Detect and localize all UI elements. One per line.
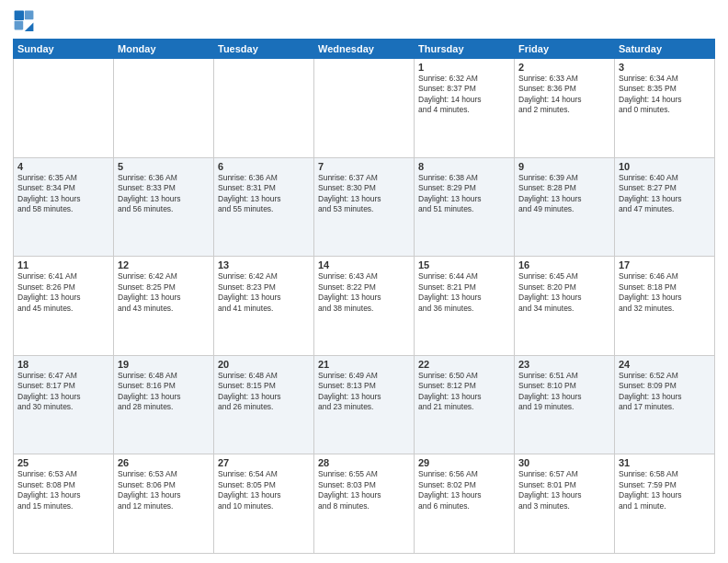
day-header-sunday: Sunday bbox=[14, 40, 114, 59]
day-number: 12 bbox=[118, 259, 210, 270]
day-header-wednesday: Wednesday bbox=[314, 40, 415, 59]
day-header-monday: Monday bbox=[114, 40, 214, 59]
week-row-1: 1Sunrise: 6:32 AM Sunset: 8:37 PM Daylig… bbox=[14, 59, 715, 158]
day-info: Sunrise: 6:37 AM Sunset: 8:30 PM Dayligh… bbox=[318, 173, 410, 215]
day-cell bbox=[214, 59, 314, 158]
day-info: Sunrise: 6:35 AM Sunset: 8:34 PM Dayligh… bbox=[17, 173, 109, 215]
day-number: 3 bbox=[619, 62, 711, 73]
day-info: Sunrise: 6:50 AM Sunset: 8:12 PM Dayligh… bbox=[418, 371, 510, 413]
day-cell bbox=[14, 59, 114, 158]
day-info: Sunrise: 6:45 AM Sunset: 8:20 PM Dayligh… bbox=[518, 271, 610, 314]
day-number: 21 bbox=[318, 359, 410, 370]
day-info: Sunrise: 6:53 AM Sunset: 8:08 PM Dayligh… bbox=[17, 469, 109, 511]
day-number: 11 bbox=[17, 259, 109, 270]
day-cell: 20Sunrise: 6:48 AM Sunset: 8:15 PM Dayli… bbox=[214, 355, 314, 454]
day-cell: 6Sunrise: 6:36 AM Sunset: 8:31 PM Daylig… bbox=[214, 157, 314, 257]
day-info: Sunrise: 6:53 AM Sunset: 8:06 PM Dayligh… bbox=[118, 469, 210, 511]
day-cell: 15Sunrise: 6:44 AM Sunset: 8:21 PM Dayli… bbox=[415, 257, 515, 356]
day-info: Sunrise: 6:54 AM Sunset: 8:05 PM Dayligh… bbox=[218, 469, 310, 511]
day-info: Sunrise: 6:33 AM Sunset: 8:36 PM Dayligh… bbox=[518, 74, 610, 116]
day-info: Sunrise: 6:39 AM Sunset: 8:28 PM Dayligh… bbox=[518, 173, 610, 215]
day-info: Sunrise: 6:58 AM Sunset: 7:59 PM Dayligh… bbox=[619, 469, 711, 511]
day-number: 22 bbox=[418, 359, 510, 370]
svg-rect-0 bbox=[15, 11, 24, 20]
day-info: Sunrise: 6:48 AM Sunset: 8:16 PM Dayligh… bbox=[118, 371, 210, 413]
day-cell: 22Sunrise: 6:50 AM Sunset: 8:12 PM Dayli… bbox=[415, 355, 515, 454]
day-number: 29 bbox=[418, 457, 510, 468]
day-info: Sunrise: 6:51 AM Sunset: 8:10 PM Dayligh… bbox=[518, 371, 610, 413]
header bbox=[13, 9, 715, 31]
day-number: 23 bbox=[518, 359, 610, 370]
week-row-4: 18Sunrise: 6:47 AM Sunset: 8:17 PM Dayli… bbox=[14, 355, 715, 454]
day-info: Sunrise: 6:44 AM Sunset: 8:21 PM Dayligh… bbox=[418, 271, 510, 314]
day-cell: 25Sunrise: 6:53 AM Sunset: 8:08 PM Dayli… bbox=[14, 454, 114, 554]
day-number: 25 bbox=[17, 457, 109, 468]
day-info: Sunrise: 6:42 AM Sunset: 8:25 PM Dayligh… bbox=[118, 271, 210, 314]
svg-rect-1 bbox=[25, 11, 34, 20]
logo-icon bbox=[13, 9, 35, 31]
day-number: 15 bbox=[418, 259, 510, 270]
day-number: 8 bbox=[418, 161, 510, 172]
day-header-thursday: Thursday bbox=[415, 40, 515, 59]
day-cell: 7Sunrise: 6:37 AM Sunset: 8:30 PM Daylig… bbox=[314, 157, 415, 257]
day-cell bbox=[114, 59, 214, 158]
day-info: Sunrise: 6:36 AM Sunset: 8:31 PM Dayligh… bbox=[218, 173, 310, 215]
calendar: SundayMondayTuesdayWednesdayThursdayFrid… bbox=[13, 39, 715, 554]
day-number: 24 bbox=[619, 359, 711, 370]
day-number: 20 bbox=[218, 359, 310, 370]
day-cell: 28Sunrise: 6:55 AM Sunset: 8:03 PM Dayli… bbox=[314, 454, 415, 554]
day-cell: 31Sunrise: 6:58 AM Sunset: 7:59 PM Dayli… bbox=[615, 454, 715, 554]
svg-rect-2 bbox=[15, 21, 24, 30]
day-info: Sunrise: 6:32 AM Sunset: 8:37 PM Dayligh… bbox=[418, 74, 510, 116]
day-info: Sunrise: 6:40 AM Sunset: 8:27 PM Dayligh… bbox=[619, 173, 711, 215]
day-number: 14 bbox=[318, 259, 410, 270]
day-cell: 5Sunrise: 6:36 AM Sunset: 8:33 PM Daylig… bbox=[114, 157, 214, 257]
day-cell: 2Sunrise: 6:33 AM Sunset: 8:36 PM Daylig… bbox=[515, 59, 615, 158]
day-cell: 17Sunrise: 6:46 AM Sunset: 8:18 PM Dayli… bbox=[615, 257, 715, 356]
day-cell: 16Sunrise: 6:45 AM Sunset: 8:20 PM Dayli… bbox=[515, 257, 615, 356]
day-number: 19 bbox=[118, 359, 210, 370]
day-number: 16 bbox=[518, 259, 610, 270]
day-header-tuesday: Tuesday bbox=[214, 40, 314, 59]
day-info: Sunrise: 6:36 AM Sunset: 8:33 PM Dayligh… bbox=[118, 173, 210, 215]
day-cell: 12Sunrise: 6:42 AM Sunset: 8:25 PM Dayli… bbox=[114, 257, 214, 356]
day-number: 13 bbox=[218, 259, 310, 270]
day-number: 4 bbox=[17, 161, 109, 172]
day-info: Sunrise: 6:41 AM Sunset: 8:26 PM Dayligh… bbox=[17, 271, 109, 314]
logo bbox=[13, 9, 37, 31]
day-number: 31 bbox=[619, 457, 711, 468]
day-number: 30 bbox=[518, 457, 610, 468]
svg-marker-3 bbox=[25, 22, 34, 31]
page: SundayMondayTuesdayWednesdayThursdayFrid… bbox=[0, 0, 728, 563]
day-number: 1 bbox=[418, 62, 510, 73]
day-cell: 10Sunrise: 6:40 AM Sunset: 8:27 PM Dayli… bbox=[615, 157, 715, 257]
day-number: 9 bbox=[518, 161, 610, 172]
day-cell: 3Sunrise: 6:34 AM Sunset: 8:35 PM Daylig… bbox=[615, 59, 715, 158]
day-header-saturday: Saturday bbox=[615, 40, 715, 59]
day-info: Sunrise: 6:55 AM Sunset: 8:03 PM Dayligh… bbox=[318, 469, 410, 511]
day-cell: 27Sunrise: 6:54 AM Sunset: 8:05 PM Dayli… bbox=[214, 454, 314, 554]
day-cell: 18Sunrise: 6:47 AM Sunset: 8:17 PM Dayli… bbox=[14, 355, 114, 454]
day-number: 17 bbox=[619, 259, 711, 270]
day-number: 26 bbox=[118, 457, 210, 468]
day-cell: 8Sunrise: 6:38 AM Sunset: 8:29 PM Daylig… bbox=[415, 157, 515, 257]
day-number: 7 bbox=[318, 161, 410, 172]
day-cell: 30Sunrise: 6:57 AM Sunset: 8:01 PM Dayli… bbox=[515, 454, 615, 554]
day-cell: 21Sunrise: 6:49 AM Sunset: 8:13 PM Dayli… bbox=[314, 355, 415, 454]
week-row-5: 25Sunrise: 6:53 AM Sunset: 8:08 PM Dayli… bbox=[14, 454, 715, 554]
week-row-2: 4Sunrise: 6:35 AM Sunset: 8:34 PM Daylig… bbox=[14, 157, 715, 257]
day-info: Sunrise: 6:34 AM Sunset: 8:35 PM Dayligh… bbox=[619, 74, 711, 116]
day-info: Sunrise: 6:49 AM Sunset: 8:13 PM Dayligh… bbox=[318, 371, 410, 413]
day-cell: 4Sunrise: 6:35 AM Sunset: 8:34 PM Daylig… bbox=[14, 157, 114, 257]
day-cell: 1Sunrise: 6:32 AM Sunset: 8:37 PM Daylig… bbox=[415, 59, 515, 158]
day-number: 5 bbox=[118, 161, 210, 172]
header-row: SundayMondayTuesdayWednesdayThursdayFrid… bbox=[14, 40, 715, 59]
day-number: 18 bbox=[17, 359, 109, 370]
week-row-3: 11Sunrise: 6:41 AM Sunset: 8:26 PM Dayli… bbox=[14, 257, 715, 356]
day-cell: 24Sunrise: 6:52 AM Sunset: 8:09 PM Dayli… bbox=[615, 355, 715, 454]
day-info: Sunrise: 6:48 AM Sunset: 8:15 PM Dayligh… bbox=[218, 371, 310, 413]
day-number: 2 bbox=[518, 62, 610, 73]
day-info: Sunrise: 6:46 AM Sunset: 8:18 PM Dayligh… bbox=[619, 271, 711, 314]
day-cell: 29Sunrise: 6:56 AM Sunset: 8:02 PM Dayli… bbox=[415, 454, 515, 554]
day-cell: 13Sunrise: 6:42 AM Sunset: 8:23 PM Dayli… bbox=[214, 257, 314, 356]
